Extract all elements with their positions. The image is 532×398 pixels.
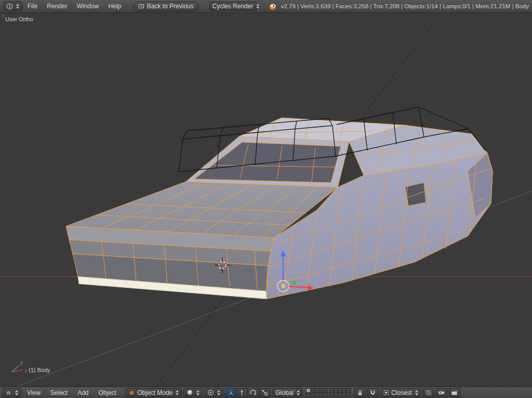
mini-axis-x-label: x (24, 368, 27, 374)
car-mesh[interactable] (66, 107, 493, 299)
layers-grid-2 (330, 389, 351, 397)
mini-axis-y-label: y (20, 360, 23, 366)
mode-value: Object Mode (137, 389, 172, 396)
translate-manipulator-button[interactable] (236, 388, 248, 397)
viewport-header: View Select Add Object Object Mode (0, 387, 532, 398)
pivot-point-dropdown[interactable] (204, 388, 223, 397)
menu-object[interactable]: Object (95, 388, 121, 398)
3d-viewport[interactable]: x y User Ortho (1) Body (0, 13, 532, 387)
dropdown-arrows-icon (415, 390, 418, 395)
rotate-manipulator-button[interactable] (248, 388, 259, 397)
active-object-label: (1) Body (29, 367, 50, 373)
camera-icon (438, 389, 445, 396)
scene-stats: v2.79 | Verts:3,639 | Faces:3,258 | Tris… (281, 3, 529, 9)
menu-view[interactable]: View (23, 388, 45, 398)
render-engine-dropdown[interactable]: Cycles Render (209, 2, 257, 11)
dropdown-arrows-icon (176, 390, 179, 395)
menu-render[interactable]: Render (43, 1, 71, 11)
rotate-arc-icon (250, 389, 257, 396)
lock-icon (357, 390, 363, 396)
3d-view-editor-icon (5, 389, 12, 396)
back-button-label: Back to Previous (147, 3, 194, 10)
shading-sphere-icon (187, 389, 193, 396)
dropdown-arrows-icon (15, 390, 18, 395)
snap-peel-icon (425, 390, 432, 396)
translate-arrow-icon (238, 389, 245, 396)
manipulator-toggles (225, 388, 271, 397)
menu-select[interactable]: Select (46, 388, 72, 398)
back-to-previous-button[interactable]: Back to Previous (133, 2, 199, 11)
object-mode-cube-icon (128, 389, 135, 396)
dropdown-arrows-icon (297, 390, 300, 395)
lock-to-scene-button[interactable] (354, 388, 366, 397)
snap-element-icon (383, 390, 389, 395)
snap-peel-button[interactable] (423, 388, 434, 397)
editor-type-dropdown-3dview[interactable] (2, 388, 21, 397)
menu-add[interactable]: Add (73, 388, 92, 398)
layers-grid-1 (307, 389, 327, 397)
dropdown-arrows-icon (256, 4, 259, 9)
scale-manipulator-button[interactable] (259, 388, 271, 397)
mode-dropdown[interactable]: Object Mode (125, 388, 182, 397)
magnet-icon (369, 389, 376, 396)
orientation-value: Global (275, 389, 294, 396)
clapperboard-icon (451, 389, 458, 396)
render-opengl-button[interactable] (436, 388, 447, 397)
scale-box-icon (261, 389, 268, 396)
pivot-point-icon (207, 389, 214, 396)
car-windshield-glass (194, 142, 341, 183)
layers-widget (307, 389, 351, 397)
info-header: File Render Window Help Back to Previous… (0, 0, 532, 13)
axis-tripod-icon (228, 389, 234, 396)
blender-logo-icon (268, 2, 277, 10)
menu-window[interactable]: Window (73, 1, 103, 11)
snap-toggle-button[interactable] (367, 388, 379, 397)
view-mode-label: User Ortho (5, 16, 33, 22)
viewport-shading-dropdown[interactable] (183, 388, 203, 397)
menu-file[interactable]: File (23, 1, 42, 11)
mini-axis-gizmo: x y (11, 360, 27, 374)
dropdown-arrows-icon (16, 4, 19, 9)
layer-toggle[interactable] (323, 392, 327, 397)
menu-help[interactable]: Help (104, 1, 125, 11)
back-window-icon (138, 3, 144, 9)
info-editor-icon (6, 3, 13, 10)
dropdown-arrows-icon (217, 390, 220, 395)
viewport-scene: x y (0, 13, 532, 387)
render-engine-value: Cycles Render (212, 3, 254, 10)
orientation-dropdown[interactable]: Global (272, 388, 303, 397)
snap-target-dropdown[interactable]: Closest (380, 388, 421, 397)
manipulator-toggle-button[interactable] (225, 388, 236, 397)
layer-toggle[interactable] (346, 392, 351, 397)
snap-target-value: Closest (391, 389, 412, 396)
editor-type-dropdown-info[interactable] (3, 2, 22, 11)
render-opengl-anim-button[interactable] (449, 388, 460, 397)
dropdown-arrows-icon (196, 390, 200, 395)
